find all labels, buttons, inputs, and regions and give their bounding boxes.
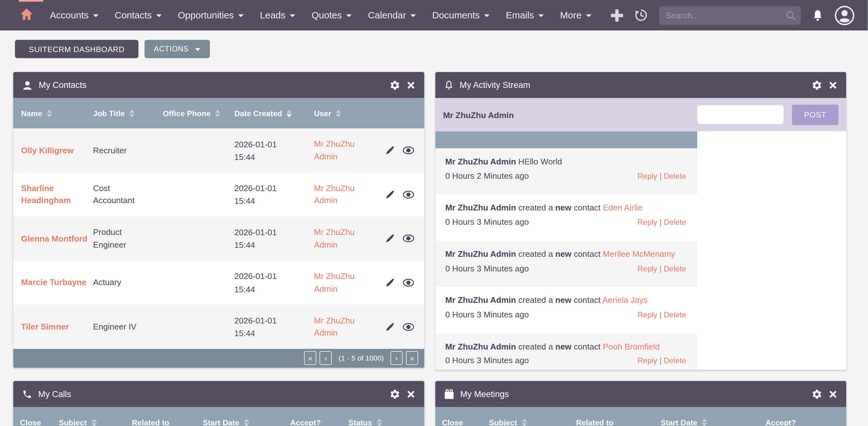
activity-target-link[interactable]: Pooh Bromfield: [603, 341, 660, 351]
contact-name-link[interactable]: Sharline Headingham: [21, 182, 89, 207]
delete-link[interactable]: Delete: [664, 172, 686, 180]
sort-arrows-icon[interactable]: [47, 110, 52, 117]
reply-link[interactable]: Reply: [638, 356, 657, 365]
reply-link[interactable]: Reply: [638, 310, 657, 319]
edit-pencil-icon[interactable]: [385, 278, 394, 287]
close-icon[interactable]: [406, 390, 415, 398]
nav-menu-item[interactable]: Documents: [432, 10, 490, 21]
edit-pencil-icon[interactable]: [385, 234, 394, 243]
sort-arrows-icon[interactable]: [91, 418, 96, 426]
home-button[interactable]: [20, 8, 33, 22]
view-eye-icon[interactable]: [403, 235, 414, 243]
view-eye-icon[interactable]: [403, 323, 414, 331]
column-header[interactable]: Related to: [132, 418, 203, 426]
sort-arrows-icon[interactable]: [215, 110, 220, 117]
reply-link[interactable]: Reply: [638, 172, 657, 180]
sort-arrows-icon[interactable]: [702, 418, 707, 426]
contact-name-link[interactable]: Glenna Montford: [21, 232, 87, 245]
contact-name-link[interactable]: Marcie Turbayne: [21, 276, 86, 289]
activity-timestamp: 0 Hours 3 Minutes ago: [445, 356, 529, 365]
edit-pencil-icon[interactable]: [385, 322, 394, 332]
contact-date-created: 2026-01-01 15:44: [234, 314, 281, 340]
view-eye-icon[interactable]: [403, 190, 414, 199]
column-header[interactable]: User: [314, 109, 369, 118]
delete-link[interactable]: Delete: [664, 264, 686, 273]
reply-link[interactable]: Reply: [638, 218, 657, 227]
nav-menu-item[interactable]: Accounts: [50, 10, 98, 21]
column-header[interactable]: Close: [435, 418, 489, 426]
column-header[interactable]: Close: [13, 418, 59, 426]
contact-name-link[interactable]: Olly Killigrew: [21, 144, 74, 156]
person-icon: [22, 80, 33, 90]
column-header[interactable]: Name: [13, 109, 93, 118]
column-header[interactable]: Office Phone: [163, 109, 234, 118]
next-page-button[interactable]: ›: [391, 352, 403, 365]
column-header[interactable]: Subject: [489, 418, 576, 426]
column-header[interactable]: Start Date: [661, 418, 766, 426]
nav-menu-item[interactable]: Quotes: [311, 10, 352, 21]
sort-arrows-icon[interactable]: [129, 110, 134, 117]
post-button[interactable]: POST: [792, 104, 838, 125]
nav-menu-item[interactable]: Contacts: [115, 10, 162, 21]
view-eye-icon[interactable]: [403, 146, 414, 155]
delete-link[interactable]: Delete: [664, 310, 686, 319]
activity-target-link[interactable]: Aeriela Jays: [602, 295, 648, 305]
chevron-down-icon: [538, 14, 544, 17]
column-header[interactable]: Job Title: [93, 109, 163, 118]
column-header[interactable]: Status: [348, 418, 382, 426]
search-icon[interactable]: [786, 10, 796, 22]
gear-icon[interactable]: [811, 79, 823, 90]
contact-user-link[interactable]: Mr ZhuZhu Admin: [314, 314, 359, 339]
nav-item-label: Documents: [432, 10, 480, 21]
quick-create-plus-icon[interactable]: [611, 9, 623, 21]
nav-menu-item[interactable]: Leads: [260, 10, 295, 21]
history-icon[interactable]: [634, 8, 648, 22]
delete-link[interactable]: Delete: [664, 356, 686, 365]
sort-arrows-icon[interactable]: [244, 418, 249, 426]
suitecrm-dashboard-button[interactable]: SUITECRM DASHBOARD: [15, 40, 138, 58]
close-icon[interactable]: [829, 390, 838, 398]
sort-arrows-icon[interactable]: [521, 418, 527, 426]
close-icon[interactable]: [829, 81, 838, 90]
first-page-button[interactable]: «: [304, 352, 316, 365]
nav-menu-item[interactable]: Calendar: [368, 10, 416, 21]
sort-arrows-icon[interactable]: [376, 418, 382, 426]
activity-target-link[interactable]: Merilee McMenamy: [603, 249, 675, 259]
contact-name-link[interactable]: Tiler Simner: [21, 321, 69, 333]
close-icon[interactable]: [406, 81, 415, 90]
contact-user-link[interactable]: Mr ZhuZhu Admin: [314, 138, 359, 163]
column-header[interactable]: Subject: [59, 418, 132, 426]
search-input[interactable]: [659, 6, 801, 25]
column-label: Accept?: [766, 418, 796, 426]
last-page-button[interactable]: »: [406, 352, 418, 365]
notifications-bell-icon[interactable]: [812, 9, 824, 21]
delete-link[interactable]: Delete: [664, 218, 686, 227]
contact-user-link[interactable]: Mr ZhuZhu Admin: [314, 226, 359, 251]
contact-user-link[interactable]: Mr ZhuZhu Admin: [314, 182, 359, 207]
column-header[interactable]: Date Created: [234, 109, 314, 118]
edit-pencil-icon[interactable]: [385, 190, 394, 199]
gear-icon[interactable]: [389, 79, 400, 90]
column-header[interactable]: Accept?: [766, 418, 796, 426]
nav-menu-item[interactable]: More: [560, 10, 591, 21]
nav-menu-item[interactable]: Emails: [506, 10, 544, 21]
view-eye-icon[interactable]: [403, 279, 414, 287]
gear-icon[interactable]: [811, 389, 823, 400]
gear-icon[interactable]: [389, 389, 400, 400]
activity-target-link[interactable]: Eden Airlie: [603, 203, 643, 212]
reply-link[interactable]: Reply: [638, 264, 657, 273]
column-header[interactable]: Accept?: [290, 418, 348, 426]
user-avatar[interactable]: [835, 5, 855, 25]
nav-item-label: Leads: [260, 10, 285, 21]
column-header[interactable]: Related to: [576, 418, 661, 426]
contact-user-link[interactable]: Mr ZhuZhu Admin: [314, 270, 359, 295]
sort-arrows-icon[interactable]: [336, 110, 341, 117]
actions-button[interactable]: ACTIONS: [145, 40, 210, 58]
nav-menu-item[interactable]: Opportunities: [178, 10, 244, 21]
previous-page-button[interactable]: ‹: [320, 352, 332, 365]
column-header[interactable]: Start Date: [203, 418, 290, 426]
edit-pencil-icon[interactable]: [385, 146, 394, 155]
post-input[interactable]: [697, 105, 783, 124]
chevron-down-icon: [410, 14, 416, 17]
sort-arrows-icon[interactable]: [287, 110, 292, 117]
